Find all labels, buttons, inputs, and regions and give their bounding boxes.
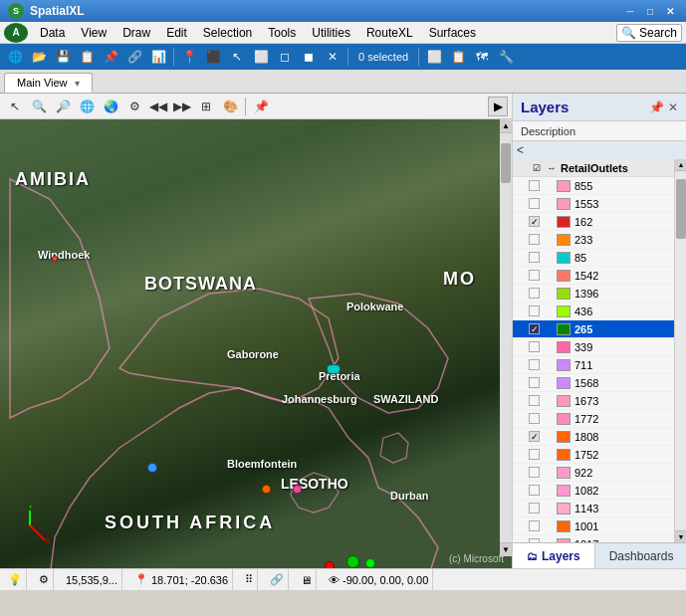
layer-row-1001[interactable]: 1001 [513, 517, 674, 535]
v-scroll-thumb[interactable] [501, 143, 511, 183]
maximize-button[interactable]: □ [642, 4, 658, 18]
layer-check-233[interactable] [529, 234, 540, 245]
layer-check-1568[interactable] [529, 377, 540, 388]
layer-check-1082[interactable] [529, 485, 540, 496]
menu-data[interactable]: Data [32, 24, 73, 42]
layer-check-711[interactable] [529, 359, 540, 370]
point-blue-1[interactable] [147, 463, 157, 473]
layer-check-436[interactable] [529, 306, 540, 316]
toolbar-btn-10[interactable]: ⬜ [250, 46, 272, 68]
layers-scroll-down[interactable]: ▼ [675, 530, 686, 542]
layer-vis-1143[interactable] [542, 502, 556, 515]
menu-edit[interactable]: Edit [158, 24, 195, 42]
toolbar-btn-12[interactable]: ◼ [298, 46, 320, 68]
map-grid[interactable]: ⊞ [195, 96, 217, 117]
tab-layers[interactable]: 🗂 Layers [513, 543, 595, 568]
toolbar-btn-17[interactable]: 🔧 [495, 46, 517, 68]
layer-row-162[interactable]: ✓ 162 [513, 213, 674, 231]
layer-check-265[interactable]: ✓ [529, 323, 540, 334]
layer-check-1752[interactable] [529, 449, 540, 460]
map-pin[interactable]: 📌 [250, 96, 272, 117]
search-bar[interactable]: 🔍 Search [616, 24, 682, 42]
layer-vis-1396[interactable] [542, 287, 556, 301]
layers-close-icon[interactable]: ✕ [668, 101, 678, 114]
toolbar-btn-6[interactable]: 🔗 [123, 46, 145, 68]
toolbar-btn-2[interactable]: 📂 [28, 46, 50, 68]
layer-row-922[interactable]: 922 [513, 464, 674, 482]
layer-check-855[interactable] [529, 180, 540, 191]
layer-row-85[interactable]: 85 [513, 249, 674, 267]
minimize-button[interactable]: ─ [622, 4, 638, 18]
layer-row-1017[interactable]: 1017 [513, 535, 674, 542]
layer-vis-1082[interactable] [542, 484, 556, 498]
toolbar-btn-16[interactable]: 🗺 [471, 46, 493, 68]
map-palette[interactable]: 🎨 [219, 96, 241, 117]
layers-back-arrow[interactable]: < [517, 143, 524, 157]
point-green-2[interactable] [365, 558, 375, 568]
point-green-1[interactable] [346, 555, 359, 568]
layer-row-436[interactable]: 436 [513, 303, 674, 320]
layer-row-711[interactable]: 711 [513, 356, 674, 374]
toolbar-btn-14[interactable]: ⬜ [423, 46, 445, 68]
layer-check-1542[interactable] [529, 270, 540, 281]
layers-v-scrollbar[interactable]: ▲ ▼ [674, 159, 686, 542]
layer-row-1082[interactable]: 1082 [513, 482, 674, 500]
toolbar-btn-3[interactable]: 💾 [52, 46, 74, 68]
menu-selection[interactable]: Selection [195, 24, 260, 42]
layer-row-1568[interactable]: 1568 [513, 374, 674, 392]
v-scroll-down-btn[interactable]: ▼ [500, 542, 512, 556]
map-canvas[interactable]: AMIBIA BOTSWANA MO SWAZILAND LESOTHO SOU… [0, 119, 512, 568]
map-globe-2[interactable]: 🌏 [100, 96, 121, 117]
layer-check-1772[interactable] [529, 413, 540, 424]
menu-tools[interactable]: Tools [260, 24, 304, 42]
toolbar-btn-1[interactable]: 🌐 [4, 46, 26, 68]
layer-row-1808[interactable]: ✓ 1808 [513, 428, 674, 446]
layer-vis-1542[interactable] [542, 269, 556, 283]
layers-scroll-track[interactable] [675, 171, 686, 530]
layer-vis-855[interactable] [542, 179, 556, 193]
toolbar-btn-15[interactable]: 📋 [447, 46, 469, 68]
layers-scroll-thumb[interactable] [676, 179, 686, 239]
layers-scroll-up[interactable]: ▲ [675, 159, 686, 171]
map-globe-1[interactable]: 🌐 [76, 96, 98, 117]
menu-view[interactable]: View [73, 24, 114, 42]
layer-vis-711[interactable] [542, 358, 556, 372]
layer-check-85[interactable] [529, 252, 540, 263]
map-zoom-out[interactable]: 🔎 [52, 96, 74, 117]
close-button[interactable]: ✕ [662, 4, 678, 18]
toolbar-btn-5[interactable]: 📌 [100, 46, 121, 68]
layer-check-1673[interactable] [529, 395, 540, 406]
layer-check-1001[interactable] [529, 520, 540, 531]
layer-vis-436[interactable] [542, 305, 556, 318]
layer-check-339[interactable] [529, 341, 540, 352]
layer-vis-922[interactable] [542, 466, 556, 480]
toolbar-btn-11[interactable]: ◻ [274, 46, 296, 68]
layer-vis-85[interactable] [542, 251, 556, 265]
main-view-tab[interactable]: Main View ▾ [4, 73, 93, 93]
layer-check-1808[interactable]: ✓ [529, 431, 540, 442]
layer-vis-1001[interactable] [542, 519, 556, 533]
tab-dashboards[interactable]: Dashboards [595, 543, 686, 568]
point-orange-1[interactable] [262, 485, 271, 494]
layer-check-1017[interactable] [529, 538, 540, 542]
v-scroll-up-btn[interactable]: ▲ [500, 119, 512, 133]
layer-vis-1808[interactable] [542, 430, 556, 444]
map-v-scrollbar[interactable]: ▲ ▼ [500, 119, 512, 556]
map-expand-btn[interactable]: ▶ [488, 97, 508, 116]
layers-pin-icon[interactable]: 📌 [649, 101, 664, 114]
map-settings[interactable]: ⚙ [123, 96, 145, 117]
layer-check-922[interactable] [529, 467, 540, 478]
layer-row-1396[interactable]: 1396 [513, 285, 674, 303]
map-zoom-in[interactable]: 🔍 [28, 96, 50, 117]
layer-vis-1017[interactable] [542, 537, 556, 543]
point-teal-1[interactable] [327, 364, 341, 374]
layer-vis-1553[interactable] [542, 197, 556, 211]
toolbar-btn-13[interactable]: ✕ [322, 46, 343, 68]
layer-vis-265[interactable] [542, 322, 556, 336]
layer-row-1752[interactable]: 1752 [513, 446, 674, 464]
toolbar-btn-9[interactable]: ⬛ [202, 46, 224, 68]
layer-row-1553[interactable]: 1553 [513, 195, 674, 213]
point-pink-1[interactable] [293, 485, 302, 494]
map-forward[interactable]: ▶▶ [171, 96, 193, 117]
layer-check-1143[interactable] [529, 503, 540, 513]
